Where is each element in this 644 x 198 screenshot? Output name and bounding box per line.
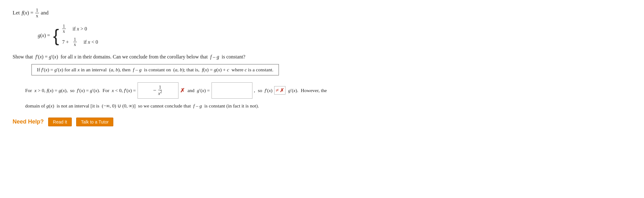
and-text: and [41,10,49,16]
talk-tutor-button[interactable]: Talk to a Tutor [76,118,113,126]
header-line: Let f(x) = 1 x and [13,8,631,18]
case1-num: 1 [62,24,66,29]
and-gprime-label: and g′(x) = [186,88,210,93]
fraction-1-over-x: 1 x [35,8,39,18]
show-line: Show that f′(x) = g′(x) for all x in the… [13,54,631,60]
brace-cases: 1 x if x > 0 7 + 1 x if x < 0 [62,24,98,47]
left-brace: { [53,27,59,44]
answer-box-gprime[interactable] [212,82,252,99]
work-line: For x > 0, f(x) = g(x), so f′(x) = g′(x)… [25,82,631,99]
let-text: Let [13,10,20,16]
frac-numerator: 1 [35,8,39,13]
case1-row: 1 x if x > 0 [62,24,98,34]
frac-one: 1 [158,85,162,90]
read-it-button[interactable]: Read It [48,118,72,126]
work-part1: For x > 0, f(x) = g(x), so f′(x) = g′(x)… [25,88,136,93]
g-definition-block: g(x) = { 1 x if x > 0 7 + 1 x if x < 0 [38,24,631,47]
neq-box: ≠ ✗ [274,86,285,95]
corollary-box: If f′(x) = g′(x) for all x in an interva… [31,64,279,75]
minus-sign: − [153,87,156,94]
negative-fraction: − 1 x2 [153,85,162,96]
so-text: so f′(x) [257,88,272,93]
neq-symbol: ≠ [276,87,279,94]
frac-x2: x2 [158,90,163,96]
fx-text: f(x) = [22,10,33,16]
one-over-x2: 1 x2 [158,85,163,96]
need-help-label: Need Help? [13,118,44,125]
case2-num: 1 [73,37,77,42]
gx-label: g(x) = [38,33,50,38]
gprime-end-text: g′(x). However, the [287,88,327,93]
comma-text: , [254,88,255,93]
frac-denominator: x [35,13,39,19]
domain-line: domain of g(x) is not an interval [it is… [25,103,631,109]
need-help-section: Need Help? Read It Talk to a Tutor [13,118,631,126]
case2-den: x [73,42,77,47]
corollary-text: If f′(x) = g′(x) for all x in an interva… [37,67,274,72]
case2-condition: if x < 0 [81,39,98,45]
case2-fraction: 1 x [73,37,77,47]
case1-condition: if x > 0 [70,26,87,32]
case1-den: x [62,29,66,34]
case2-row: 7 + 1 x if x < 0 [62,37,98,47]
case2-prefix: 7 + [62,39,69,45]
answer-box-fprime[interactable]: − 1 x2 [138,82,178,99]
case1-fraction: 1 x [62,24,66,34]
x-mark-2: ✗ [280,87,284,93]
x-mark-1: ✗ [180,87,185,94]
